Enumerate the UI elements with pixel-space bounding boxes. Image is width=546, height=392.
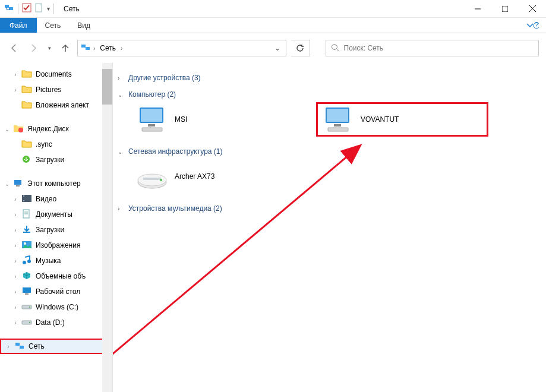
tree-item-label: .sync [36,140,52,148]
tree-item[interactable]: ⌄Яндекс.Диск [0,121,112,137]
address-dropdown-icon[interactable]: ⌄ [272,44,283,52]
drive-icon [21,317,32,328]
svg-rect-17 [16,185,20,186]
chevron-down-icon[interactable]: ⌄ [2,181,12,187]
forward-button[interactable] [26,41,40,55]
up-button[interactable] [58,41,72,55]
tree-item[interactable]: ›Музыка [0,253,112,268]
chevron-right-icon[interactable]: › [11,211,20,218]
svg-rect-19 [23,195,24,197]
chevron-right-icon[interactable]: › [4,343,13,350]
title-bar: ▾ Сеть [0,0,546,18]
desktop-icon [21,286,32,298]
file-tab[interactable]: Файл [0,18,37,33]
chevron-right-icon[interactable]: › [11,289,20,295]
window-title: Сеть [64,5,80,13]
separator [53,4,54,14]
maximize-button[interactable] [491,0,519,18]
qat-dropdown-icon[interactable]: ▾ [47,5,50,12]
tree-item-label: Изображения [36,241,80,249]
svg-point-32 [29,306,30,308]
chevron-right-icon[interactable]: › [11,258,20,264]
chevron-right-icon: › [121,45,122,52]
chevron-down-icon[interactable]: ⌄ [2,126,12,132]
ribbon-collapse[interactable]: ? [519,18,546,33]
chevron-right-icon[interactable]: › [11,227,20,233]
network-item[interactable]: MSI [132,102,304,137]
tab-network[interactable]: Сеть [37,18,70,33]
svg-rect-38 [141,109,162,122]
dl2-icon [21,225,32,236]
chevron-right-icon[interactable]: › [11,304,20,311]
chevron-right-icon[interactable]: › [11,242,20,249]
tree-item[interactable]: ›Загрузки [0,222,112,238]
checkbox-icon[interactable] [22,3,31,14]
separator [18,4,18,14]
chevron-right-icon[interactable]: › [118,206,126,212]
group-header[interactable]: ›Устройства мультимедиа (2) [118,203,544,214]
svg-point-12 [332,44,337,49]
tab-view[interactable]: Вид [69,18,99,33]
tree-item[interactable]: ›Видео [0,191,112,207]
tree-item[interactable]: ›Сеть [0,339,112,354]
images-icon [21,240,32,251]
svg-rect-11 [86,47,90,50]
network-item[interactable]: Archer AX73 [132,159,304,194]
tree-item[interactable]: ›Изображения [0,238,112,253]
svg-rect-35 [15,343,20,346]
tree-item[interactable]: Загрузки [0,152,112,167]
item-name: Archer AX73 [175,172,214,181]
search-input[interactable]: Поиск: Сеть [326,40,539,56]
tree-item[interactable]: ›Data (D:) [0,315,112,330]
content-pane[interactable]: ›Другие устройства (3)⌄Компьютер (2)MSIV… [113,63,546,392]
chevron-right-icon[interactable]: › [11,196,20,203]
tree-item[interactable]: ›Documents [0,67,112,82]
group-header[interactable]: ⌄Компьютер (2) [118,89,544,100]
chevron-right-icon[interactable]: › [11,320,20,326]
network-icon [4,2,14,15]
chevron-right-icon[interactable]: › [11,71,20,78]
chevron-right-icon[interactable]: › [11,273,20,280]
tree-item-label: Windows (C:) [36,303,78,311]
close-button[interactable] [519,0,546,18]
recent-dropdown-icon[interactable]: ▾ [45,41,53,55]
svg-point-34 [29,322,30,323]
group-header[interactable]: ›Другие устройства (3) [118,72,544,83]
download-icon [21,154,32,166]
tree-item-label: Pictures [36,86,61,94]
tree-item[interactable]: .sync [0,137,112,152]
scrollbar-thumb[interactable] [102,69,112,105]
minimize-button[interactable] [464,0,491,18]
docs-icon [21,209,32,220]
tree-item[interactable]: ›Рабочий стол [0,284,112,299]
quick-access-toolbar: ▾ [0,2,58,15]
svg-line-13 [336,49,339,51]
breadcrumb-item[interactable]: Сеть [97,43,118,53]
chevron-down-icon[interactable]: ⌄ [118,148,126,155]
refresh-button[interactable] [291,40,310,56]
tree-item[interactable]: ›Документы [0,207,112,222]
chevron-right-icon[interactable]: › [11,87,20,93]
document-icon[interactable] [35,3,43,14]
group-header[interactable]: ⌄Сетевая инфраструктура (1) [118,146,544,157]
tree-item-label: Объемные объ [36,272,86,280]
navigation-tree[interactable]: ›Documents›PicturesВложения элект⌄Яндекс… [0,63,113,392]
network-icon [14,341,25,352]
search-placeholder: Поиск: Сеть [344,44,384,52]
tree-item[interactable]: ›Windows (C:) [0,299,112,315]
tree-item-label: Сеть [29,342,45,350]
tree-item[interactable]: Вложения элект [0,97,112,113]
tree-item-label: Музыка [36,257,61,265]
tree-item-label: Видео [36,195,56,203]
tree-item[interactable]: ›Pictures [0,82,112,97]
back-button[interactable] [7,41,21,55]
address-bar[interactable]: › Сеть › ⌄ [77,40,286,56]
tree-item[interactable]: ›Объемные объ [0,268,112,284]
chevron-right-icon[interactable]: › [118,75,126,81]
network-item[interactable]: VOVANTUT [316,102,488,137]
drive-icon [21,302,32,313]
tree-item[interactable]: ⌄Этот компьютер [0,176,112,191]
chevron-down-icon[interactable]: ⌄ [118,91,126,98]
scrollbar[interactable] [102,63,112,392]
svg-text:?: ? [535,21,539,29]
